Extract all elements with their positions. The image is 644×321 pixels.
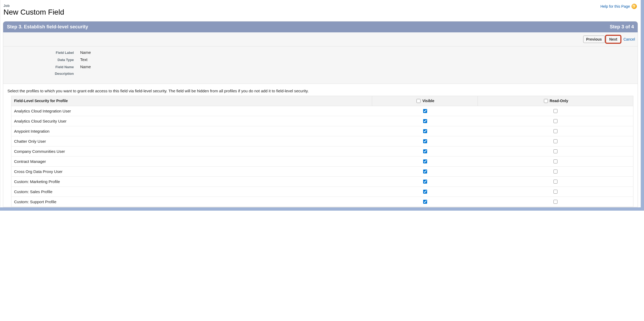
readonly-cell xyxy=(478,197,633,207)
profile-cell: Custom: Sales Profile xyxy=(11,186,372,197)
table-row: Anypoint Integration xyxy=(11,126,633,136)
visible-checkbox[interactable] xyxy=(423,200,427,204)
step-container: Step 3. Establish field-level security S… xyxy=(3,21,638,207)
visible-checkbox[interactable] xyxy=(423,129,427,133)
visible-cell xyxy=(372,166,478,176)
visible-checkbox[interactable] xyxy=(423,170,427,173)
readonly-cell xyxy=(478,126,633,136)
table-row: Analytics Cloud Integration User xyxy=(11,106,633,116)
readonly-checkbox[interactable] xyxy=(553,139,557,143)
table-row: Contract Manager xyxy=(11,156,633,166)
help-link[interactable]: Help for this Page ? xyxy=(600,4,637,9)
step-indicator: Step 3 of 4 xyxy=(610,24,634,30)
breadcrumb: Job xyxy=(3,4,64,8)
field-label-name: Field Label xyxy=(6,51,80,55)
visible-checkbox[interactable] xyxy=(423,159,427,163)
table-row: Custom: Support Profile xyxy=(11,197,633,207)
readonly-cell xyxy=(478,156,633,166)
readonly-cell xyxy=(478,186,633,197)
instruction-text: Select the profiles to which you want to… xyxy=(3,84,638,96)
visible-checkbox[interactable] xyxy=(423,190,427,194)
profile-cell: Analytics Cloud Security User xyxy=(11,116,372,126)
visible-checkbox[interactable] xyxy=(423,109,427,113)
readonly-select-all-checkbox[interactable] xyxy=(544,99,548,103)
readonly-cell xyxy=(478,136,633,146)
profile-cell: Chatter Only User xyxy=(11,136,372,146)
visible-cell xyxy=(372,116,478,126)
table-row: Custom: Sales Profile xyxy=(11,186,633,197)
profile-cell: Custom: Marketing Profile xyxy=(11,176,372,186)
data-type-name: Data Type xyxy=(6,58,80,62)
visible-select-all-checkbox[interactable] xyxy=(417,99,420,103)
readonly-checkbox[interactable] xyxy=(553,119,557,123)
visible-cell xyxy=(372,136,478,146)
readonly-checkbox[interactable] xyxy=(553,190,557,194)
visible-cell xyxy=(372,146,478,156)
next-button[interactable]: Next xyxy=(606,36,621,43)
visible-cell xyxy=(372,176,478,186)
readonly-cell xyxy=(478,166,633,176)
previous-button[interactable]: Previous xyxy=(583,36,605,43)
field-name-value: Name xyxy=(80,64,91,69)
description-name: Description xyxy=(6,72,80,76)
readonly-checkbox[interactable] xyxy=(553,149,557,153)
readonly-cell xyxy=(478,146,633,156)
step-title: Step 3. Establish field-level security xyxy=(7,24,88,30)
field-name-name: Field Name xyxy=(6,65,80,69)
profile-cell: Custom: Support Profile xyxy=(11,197,372,207)
wizard-toolbar: Previous Next Cancel xyxy=(3,32,638,46)
help-icon: ? xyxy=(632,4,637,9)
table-row: Company Communities User xyxy=(11,146,633,156)
visible-cell xyxy=(372,156,478,166)
data-type-value: Text xyxy=(80,57,88,62)
page-title: New Custom Field xyxy=(3,8,64,16)
th-readonly: Read-Only xyxy=(478,96,633,106)
readonly-cell xyxy=(478,176,633,186)
field-details: Field Label Name Data Type Text Field Na… xyxy=(3,46,638,84)
help-link-label: Help for this Page xyxy=(600,4,630,8)
profile-cell: Anypoint Integration xyxy=(11,126,372,136)
field-label-value: Name xyxy=(80,50,91,55)
visible-cell xyxy=(372,106,478,116)
profile-cell: Cross Org Data Proxy User xyxy=(11,166,372,176)
th-profile: Field-Level Security for Profile xyxy=(11,96,372,106)
profile-cell: Analytics Cloud Integration User xyxy=(11,106,372,116)
visible-checkbox[interactable] xyxy=(423,119,427,123)
readonly-checkbox[interactable] xyxy=(553,159,557,163)
field-level-security-table: Field-Level Security for Profile Visible xyxy=(11,96,633,207)
visible-cell xyxy=(372,186,478,197)
table-row: Analytics Cloud Security User xyxy=(11,116,633,126)
visible-cell xyxy=(372,197,478,207)
readonly-cell xyxy=(478,106,633,116)
page-header: Job New Custom Field Help for this Page … xyxy=(3,2,638,21)
step-header: Step 3. Establish field-level security S… xyxy=(3,21,638,32)
table-row: Cross Org Data Proxy User xyxy=(11,166,633,176)
table-row: Custom: Marketing Profile xyxy=(11,176,633,186)
readonly-checkbox[interactable] xyxy=(553,129,557,133)
visible-checkbox[interactable] xyxy=(423,149,427,153)
readonly-checkbox[interactable] xyxy=(553,109,557,113)
th-visible-label: Visible xyxy=(422,99,434,103)
th-readonly-label: Read-Only xyxy=(550,99,568,103)
visible-checkbox[interactable] xyxy=(423,139,427,143)
table-row: Chatter Only User xyxy=(11,136,633,146)
cancel-link[interactable]: Cancel xyxy=(623,37,635,41)
th-visible: Visible xyxy=(372,96,478,106)
profile-cell: Company Communities User xyxy=(11,146,372,156)
readonly-checkbox[interactable] xyxy=(553,170,557,173)
visible-cell xyxy=(372,126,478,136)
readonly-checkbox[interactable] xyxy=(553,200,557,204)
visible-checkbox[interactable] xyxy=(423,180,427,184)
readonly-cell xyxy=(478,116,633,126)
profile-cell: Contract Manager xyxy=(11,156,372,166)
readonly-checkbox[interactable] xyxy=(553,180,557,184)
